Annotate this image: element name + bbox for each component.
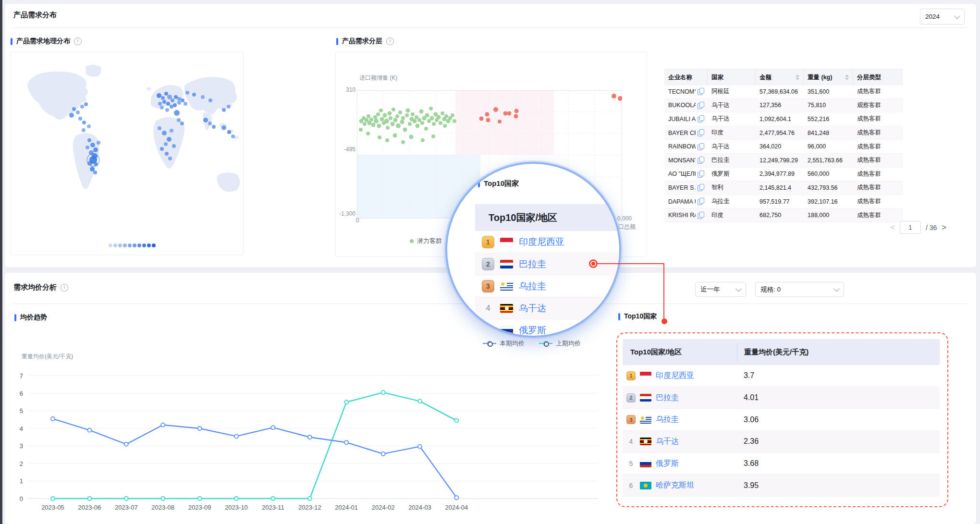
top10-row[interactable]: 5俄罗斯3.68	[623, 453, 940, 475]
scatter-point	[415, 115, 418, 119]
scatter-point	[392, 108, 395, 111]
scatter-point	[373, 115, 377, 119]
data-point	[271, 497, 275, 500]
scatter-legend-potential[interactable]: 潜力客群	[410, 237, 442, 245]
table-row[interactable]: RAINBOW A...乌干达364,02096,000成熟客群	[664, 140, 903, 154]
country-cell: 乌拉圭	[708, 197, 756, 206]
py-flag-icon	[500, 260, 513, 268]
country-link[interactable]: 乌拉圭	[519, 280, 546, 292]
section-bar	[336, 38, 338, 45]
table-row[interactable]: MONSANTO ...巴拉圭12,249,798.292,551,763.66…	[664, 154, 903, 168]
copy-icon[interactable]	[698, 115, 704, 122]
magnifier-row[interactable]: 1印度尼西亚	[475, 231, 621, 253]
country-link[interactable]: 印度尼西亚	[656, 371, 694, 381]
value-cell: 2.36	[737, 437, 940, 446]
scatter-point	[503, 111, 508, 116]
next-page-icon[interactable]: >	[942, 223, 946, 232]
magnifier-row[interactable]: 3乌拉圭	[475, 275, 621, 297]
amount-cell: 957,519.77	[756, 198, 804, 205]
country-link[interactable]: 巴拉圭	[656, 393, 679, 403]
country-link[interactable]: 巴拉圭	[519, 258, 546, 270]
top10-row[interactable]: 6哈萨克斯坦3.95	[623, 475, 940, 497]
weight-cell: 432,793.56	[804, 184, 853, 191]
amount-cell: 1,092,604.1	[756, 116, 804, 122]
x-tick-label: 2023-07	[115, 504, 138, 511]
rank-3-medal-icon: 3	[482, 280, 494, 292]
copy-icon[interactable]	[698, 198, 704, 205]
country-link[interactable]: 印度尼西亚	[519, 236, 564, 248]
table-row[interactable]: DAPAMA UR...乌拉圭957,519.77392,107.16成熟客群	[664, 195, 903, 209]
prev-page-icon[interactable]: <	[890, 223, 895, 232]
map-bubble	[212, 125, 216, 129]
top10-table-header: Top10国家/地区 重量均价(美元/千克)	[623, 339, 940, 365]
bottom-top10-header: Top10国家	[618, 312, 657, 321]
country-link[interactable]: 乌拉圭	[656, 414, 679, 425]
copy-icon[interactable]	[698, 129, 704, 136]
copy-icon[interactable]	[698, 102, 704, 109]
strat-y-tick: -1,300	[332, 210, 355, 217]
legend-label: 本期均价	[500, 339, 525, 348]
magnifier-row[interactable]: 2巴拉圭	[475, 253, 621, 275]
scatter-point	[403, 128, 407, 132]
amount-cell: 127,356	[756, 102, 804, 109]
value-cell: 4.01	[737, 393, 940, 402]
page-input[interactable]: 1	[900, 221, 921, 234]
type-cell: 成熟客群	[853, 156, 903, 164]
data-point	[344, 440, 348, 444]
company-name-cell: RAINBOW A...	[664, 143, 708, 150]
map-bubble	[177, 101, 181, 105]
table-row[interactable]: BUKOOLA C...乌干达127,35675,810观察客群	[664, 99, 903, 113]
country-link[interactable]: 哈萨克斯坦	[656, 480, 694, 490]
country-link[interactable]: 乌干达	[519, 302, 546, 315]
spec-select[interactable]: 规格: 0	[755, 282, 844, 297]
copy-icon[interactable]	[698, 212, 704, 219]
country-link[interactable]: 俄罗斯	[519, 324, 546, 337]
map-bubble	[72, 107, 76, 111]
weight-cell: 552,216	[804, 116, 853, 122]
table-row[interactable]: AO "ЩЕЛКО...俄罗斯2,394,977.89560,000成熟客群	[664, 168, 903, 182]
data-point	[454, 419, 458, 423]
copy-icon[interactable]	[698, 143, 704, 150]
x-tick-label: 2024-04	[445, 504, 468, 511]
copy-icon[interactable]	[698, 171, 704, 178]
legend-current-period[interactable]: 本期均价	[483, 339, 525, 348]
table-row[interactable]: BAYER S A智利2,145,821.4432,793.56成熟客群	[664, 181, 903, 195]
scatter-point	[437, 115, 441, 120]
map-bubble	[86, 146, 89, 149]
copy-icon[interactable]	[698, 184, 704, 191]
country-link[interactable]: 乌干达	[656, 437, 679, 447]
info-icon[interactable]: !	[74, 37, 82, 45]
weight-cell: 560,000	[804, 171, 853, 177]
top10-row[interactable]: 4乌干达2.36	[623, 431, 940, 453]
legend-marker	[483, 343, 496, 344]
table-row[interactable]: TECNOMYL ...阿根廷57,369,634.06351,600成熟客群	[664, 85, 903, 99]
map-bubble	[227, 105, 231, 109]
top10-row[interactable]: 1印度尼西亚3.7	[623, 365, 940, 387]
copy-icon[interactable]	[698, 157, 704, 164]
year-select[interactable]: 2024	[920, 9, 965, 24]
table-row[interactable]: BAYER CRO...印度2,477,954.76841,248成熟客群	[664, 126, 903, 140]
map-legend-dot	[113, 244, 117, 247]
time-range-select[interactable]: 近一年	[695, 282, 746, 297]
legend-previous-period[interactable]: 上期均价	[539, 339, 581, 348]
column-header-label: 重量 (kg)	[808, 73, 832, 82]
sort-icons[interactable]	[796, 74, 799, 80]
title-divider	[13, 27, 968, 28]
country-cell: 6哈萨克斯坦	[623, 480, 737, 490]
copy-icon[interactable]	[698, 88, 704, 95]
table-row[interactable]: KRISHI RASA...印度682,750188,000成熟客群	[664, 208, 903, 222]
country-link[interactable]: 俄罗斯	[656, 459, 679, 469]
top10-row[interactable]: 2巴拉圭4.01	[623, 387, 940, 409]
info-icon[interactable]: !	[61, 284, 68, 292]
sort-icons[interactable]	[845, 74, 849, 80]
id-flag-icon	[640, 372, 651, 379]
data-point	[454, 496, 458, 500]
y-tick-label: 2	[20, 460, 23, 467]
info-icon[interactable]: !	[386, 37, 394, 45]
top10-row[interactable]: 3乌拉圭3.06	[623, 409, 940, 431]
legend-marker	[539, 343, 552, 344]
rank-1-medal-icon: 1	[482, 236, 494, 248]
map-bubble	[160, 106, 164, 110]
data-point	[51, 497, 55, 500]
table-row[interactable]: JUBAILI AGR...乌干达1,092,604.1552,216成熟客群	[664, 112, 903, 126]
